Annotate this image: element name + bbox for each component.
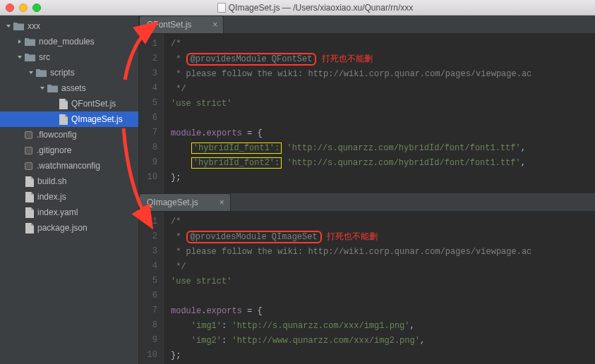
tree-item--gitignore[interactable]: .gitignore bbox=[0, 142, 138, 158]
tree-item-label: xxx bbox=[28, 21, 40, 31]
tree-item-node_modules[interactable]: node_modules bbox=[0, 34, 138, 49]
tab-qfontset[interactable]: QFontSet.js × bbox=[139, 16, 224, 33]
tree-item-QFontSet-js[interactable]: QFontSet.js bbox=[0, 96, 138, 111]
tree-item-label: .watchmanconfig bbox=[37, 161, 100, 171]
tree-item-label: QImageSet.js bbox=[71, 114, 123, 124]
window-title-text: QImageSet.js — /Users/xiaoxiao.xu/Qunar/… bbox=[229, 3, 413, 13]
tree-item-build-sh[interactable]: build.sh bbox=[0, 174, 138, 189]
file-icon bbox=[25, 223, 34, 233]
tree-item-label: index.js bbox=[37, 192, 66, 202]
tree-item-label: build.sh bbox=[37, 176, 66, 186]
window-titlebar: QImageSet.js — /Users/xiaoxiao.xu/Qunar/… bbox=[0, 0, 595, 16]
tree-item-label: scripts bbox=[50, 68, 75, 78]
chevron-down-icon[interactable] bbox=[6, 23, 11, 29]
tab-label: QImageSet.js bbox=[147, 198, 198, 207]
editor-pane-2: QImageSet.js × 12345678910 /* * @provide… bbox=[139, 193, 595, 364]
file-icon bbox=[217, 3, 226, 13]
chevron-down-icon[interactable] bbox=[17, 54, 23, 60]
tree-item-label: .gitignore bbox=[37, 145, 71, 155]
folder-icon bbox=[47, 84, 58, 92]
minimize-window-button[interactable] bbox=[19, 4, 28, 12]
tree-item-src[interactable]: src bbox=[0, 49, 138, 65]
dotfile-icon bbox=[25, 131, 32, 139]
tree-item-scripts[interactable]: scripts bbox=[0, 65, 138, 80]
tree-item-label: package.json bbox=[37, 223, 88, 233]
chevron-right-icon[interactable] bbox=[17, 39, 23, 44]
tree-item-QImageSet-js[interactable]: QImageSet.js bbox=[0, 111, 138, 127]
chevron-down-icon[interactable] bbox=[40, 85, 45, 91]
tree-item-label: .flowconfig bbox=[37, 130, 77, 140]
zoom-window-button[interactable] bbox=[32, 4, 41, 12]
folder-icon bbox=[13, 22, 24, 30]
close-tab-icon[interactable]: × bbox=[212, 20, 217, 30]
tree-item-label: index.yaml bbox=[37, 207, 78, 217]
tree-item-package-json[interactable]: package.json bbox=[0, 220, 138, 236]
file-icon bbox=[59, 99, 68, 109]
tree-item-label: assets bbox=[61, 83, 86, 93]
traffic-lights bbox=[6, 4, 41, 12]
line-gutter: 12345678910 bbox=[139, 212, 164, 364]
close-window-button[interactable] bbox=[6, 4, 14, 12]
tree-item-index-yaml[interactable]: index.yaml bbox=[0, 205, 138, 220]
line-gutter: 12345678910 bbox=[139, 34, 164, 193]
chevron-down-icon[interactable] bbox=[28, 70, 34, 75]
tree-item--watchmanconfig[interactable]: .watchmanconfig bbox=[0, 158, 138, 174]
tab-bar-2: QImageSet.js × bbox=[139, 193, 595, 212]
file-icon bbox=[25, 192, 34, 202]
tree-item-index-js[interactable]: index.js bbox=[0, 189, 138, 205]
tree-item-label: QFontSet.js bbox=[71, 99, 116, 109]
folder-icon bbox=[25, 53, 35, 61]
tree-item-label: node_modules bbox=[39, 37, 95, 47]
code-editor-2[interactable]: 12345678910 /* * @providesModule QImageS… bbox=[139, 212, 595, 364]
tab-qimageset[interactable]: QImageSet.js × bbox=[139, 193, 231, 211]
window-title: QImageSet.js — /Users/xiaoxiao.xu/Qunar/… bbox=[41, 3, 589, 13]
tree-item-label: src bbox=[39, 52, 50, 62]
code-editor-1[interactable]: 12345678910 /* * @providesModule QFontSe… bbox=[139, 34, 595, 193]
editor-pane-1: QFontSet.js × 12345678910 /* * @provides… bbox=[139, 16, 595, 193]
code-content[interactable]: /* * @providesModule QImageSet 打死也不能删 * … bbox=[164, 212, 595, 364]
file-icon bbox=[59, 114, 68, 125]
file-icon bbox=[25, 176, 34, 187]
tree-item-xxx[interactable]: xxx bbox=[0, 18, 138, 34]
code-content[interactable]: /* * @providesModule QFontSet 打死也不能删 * p… bbox=[164, 34, 595, 193]
file-icon bbox=[25, 207, 34, 218]
folder-icon bbox=[25, 37, 35, 46]
tree-item--flowconfig[interactable]: .flowconfig bbox=[0, 127, 138, 142]
tree-item-assets[interactable]: assets bbox=[0, 80, 138, 96]
dotfile-icon bbox=[25, 147, 32, 154]
folder-icon bbox=[36, 68, 47, 77]
tab-label: QFontSet.js bbox=[147, 20, 191, 30]
dotfile-icon bbox=[25, 162, 32, 170]
close-tab-icon[interactable]: × bbox=[220, 198, 224, 207]
tab-bar-1: QFontSet.js × bbox=[139, 16, 595, 34]
file-tree-sidebar[interactable]: xxxnode_modulessrcscriptsassetsQFontSet.… bbox=[0, 16, 139, 364]
